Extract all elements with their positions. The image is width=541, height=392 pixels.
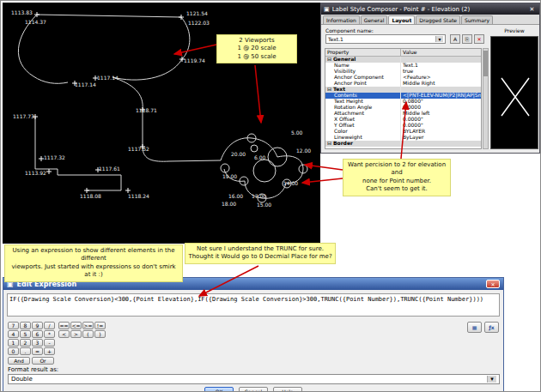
value-cell[interactable]: 0.0800" [401, 99, 481, 105]
operator-pad: ==<=>=!=<>() [58, 322, 106, 338]
value-cell[interactable]: 0.0000" [401, 117, 481, 123]
window-icon: ▣ [324, 6, 330, 13]
value-cell[interactable] [401, 87, 481, 93]
property-row[interactable]: Name Text.1 [325, 63, 481, 69]
pad-button[interactable]: 1 [8, 339, 19, 347]
pad-button[interactable]: 4 [8, 330, 19, 338]
pad-button[interactable]: + [44, 347, 55, 355]
expression-input[interactable]: IF({Drawing Scale Conversion}<300,{Point… [7, 293, 500, 317]
pad-button[interactable]: = [32, 347, 43, 355]
create-text-component-button[interactable]: A [450, 34, 460, 44]
value-cell[interactable]: <Feature> [401, 75, 481, 81]
pad-button[interactable]: - [44, 339, 55, 347]
scrollbar-thumb[interactable] [483, 51, 488, 76]
point-number-label: 16.00 [228, 193, 243, 199]
pad-button[interactable]: 7 [8, 322, 19, 329]
logic-button[interactable]: And [8, 357, 30, 365]
point-number-label: 19.00 [222, 173, 237, 179]
value-cell[interactable]: ByLayer [401, 135, 481, 141]
property-row[interactable]: Text Height 0.0800" [325, 99, 481, 105]
value-cell[interactable]: Middle Right [401, 81, 481, 87]
value-cell[interactable]: Text.1 [401, 63, 481, 69]
point-number-label: 17.00 [252, 193, 266, 199]
component-name-select[interactable]: Text.1 ▾ [325, 34, 446, 44]
pad-button[interactable]: . [20, 347, 31, 355]
value-cell[interactable]: <[PNT-ELEV-NUM(P2|RN|AP|Sn|OF)]> [401, 93, 481, 99]
grid-scrollbar[interactable] [483, 48, 489, 149]
composer-tab[interactable]: Summary [461, 15, 493, 24]
property-row[interactable]: Text [325, 87, 481, 93]
property-cell: Anchor Component [325, 75, 401, 81]
value-cell[interactable] [401, 57, 481, 63]
value-cell[interactable]: BYLAYER [401, 129, 481, 135]
property-cell: Contents [325, 93, 401, 99]
property-cell: Y Offset [325, 123, 401, 129]
point-elevation-label: 1113.92 [25, 170, 46, 176]
pad-button[interactable]: 6 [32, 330, 43, 338]
operator-button[interactable]: == [58, 322, 70, 329]
close-icon[interactable]: ✕ [486, 280, 500, 288]
insert-function-icon[interactable]: ƒx [484, 322, 499, 333]
delete-component-button[interactable]: ✕ [474, 34, 484, 44]
value-cell[interactable]: 0.0000" [401, 123, 481, 129]
action-button[interactable]: Help [273, 387, 302, 392]
composer-tab[interactable]: General [361, 15, 388, 24]
point-number-label: 20.00 [231, 151, 246, 157]
pad-button[interactable]: / [44, 322, 55, 329]
composer-tab[interactable]: Information [323, 15, 360, 24]
property-row[interactable]: Border [325, 141, 481, 147]
logic-button[interactable]: Or [32, 357, 54, 365]
insert-property-icon[interactable]: ▦ [467, 322, 482, 333]
property-row[interactable]: Anchor Component <Feature> [325, 75, 481, 81]
property-row[interactable]: Visibility true [325, 69, 481, 75]
property-row[interactable]: Anchor Point Middle Right [325, 81, 481, 87]
value-cell[interactable]: Middle left [401, 111, 481, 117]
operator-button[interactable]: <= [70, 322, 82, 329]
action-button[interactable]: OK [204, 387, 234, 392]
insert-buttons: ▦ ƒx [467, 322, 499, 333]
operator-button[interactable]: ( [82, 330, 94, 338]
pad-button[interactable]: 0 [8, 347, 19, 355]
point-number-label: 5.00 [291, 130, 302, 136]
note-trunc: Not sure I understand the TRUNC for sure… [185, 243, 336, 264]
value-cell[interactable] [401, 141, 481, 147]
operator-button[interactable]: ) [94, 330, 106, 338]
property-row[interactable]: Rotation Angle 0.0000 [325, 105, 481, 111]
property-row[interactable]: Lineweight ByLayer [325, 135, 481, 141]
pad-button[interactable]: 8 [20, 322, 31, 329]
property-row[interactable]: Contents <[PNT-ELEV-NUM(P2|RN|AP|Sn|OF)]… [325, 93, 481, 99]
property-cell: Border [325, 141, 401, 147]
format-result-select[interactable]: Double ▾ [8, 374, 500, 384]
copy-component-button[interactable]: ⎘ [462, 34, 472, 44]
pad-button[interactable]: 9 [32, 322, 43, 329]
property-row[interactable]: General [325, 57, 481, 63]
property-row[interactable]: Y Offset 0.0000" [325, 123, 481, 129]
operator-button[interactable]: > [70, 330, 82, 338]
pad-button[interactable]: 5 [20, 330, 31, 338]
property-cell: X Offset [325, 117, 401, 123]
point-elevation-label: 1117.61 [99, 166, 120, 172]
pad-button[interactable]: * [44, 330, 55, 338]
property-row[interactable]: Color BYLAYER [325, 129, 481, 135]
pad-button[interactable]: 3 [32, 339, 43, 347]
operator-button[interactable]: < [58, 330, 70, 338]
chevron-down-icon[interactable]: ▾ [487, 376, 496, 383]
property-row[interactable]: X Offset 0.0000" [325, 117, 481, 123]
operator-button[interactable]: >= [82, 322, 94, 329]
composer-tab[interactable]: Dragged State [416, 15, 460, 24]
property-grid-header: Property Value [325, 49, 481, 57]
pad-button[interactable]: 2 [20, 339, 31, 347]
property-cell: Text [325, 87, 401, 93]
composer-titlebar[interactable]: ▣ Label Style Composer - Point # - Eleva… [321, 3, 539, 15]
component-name-value: Text.1 [328, 36, 343, 42]
chevron-down-icon[interactable]: ▾ [435, 36, 443, 42]
property-row[interactable]: Attachment Middle left [325, 111, 481, 117]
value-cell[interactable]: 0.0000 [401, 105, 481, 111]
composer-tab[interactable]: Layout [388, 15, 415, 24]
action-button[interactable]: Cancel [239, 387, 268, 392]
point-elevation-label: 1114.37 [25, 19, 46, 25]
close-icon[interactable]: ✕ [527, 6, 537, 13]
point-number-label: 18.00 [222, 201, 236, 207]
operator-button[interactable]: != [94, 322, 106, 329]
value-cell[interactable]: true [401, 69, 481, 75]
